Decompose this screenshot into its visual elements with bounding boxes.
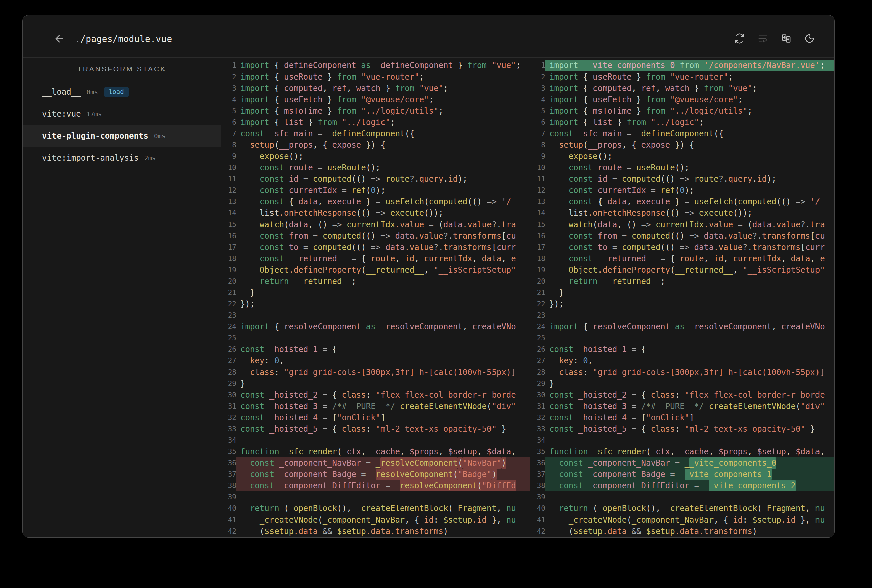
code-content: setup(__props, { expose }) { [236,140,530,151]
transform-stack-item[interactable]: vite:vue17ms [23,103,221,125]
code-line: 40 return (_openBlock(), _createElementB… [530,503,834,514]
code-line: 32const _hoisted_4 = ["onClick"] [221,412,530,423]
code-content: }); [236,298,530,310]
code-content: import { msToTime } from "../logic/utils… [236,105,530,117]
code-content: import { list } from "../logic"; [545,117,834,128]
code-content: const _sfc_main = _defineComponent({ [545,128,834,140]
code-line: 17 const to = computed(() => data.value?… [530,242,834,253]
code-content: const _hoisted_3 = /*#__PURE__*/_createE… [545,400,834,412]
code-line: 20 return __returned__; [221,276,530,287]
code-line: 8 setup(__props, { expose }) { [221,140,530,151]
code-line: 41 _createVNode(_component_NavBar, { id:… [221,514,530,525]
code-content: const to = computed(() => data.value?.tr… [236,242,530,253]
line-number: 9 [530,151,545,162]
plugin-time: 0ms [87,88,98,96]
code-line: 18 const __returned__ = { route, id, cur… [530,253,834,264]
code-content: import { computed, ref, watch } from "vu… [236,82,530,94]
line-number: 36 [221,458,236,469]
code-line: 26const _hoisted_1 = { [530,344,834,355]
code-pane-before[interactable]: 1import { defineComponent as _defineComp… [221,58,530,537]
code-line: 27 key: 0, [530,355,834,366]
code-content: setup(__props, { expose }) { [545,140,834,151]
line-number: 5 [530,105,545,117]
code-line: 11 const id = computed(() => route?.quer… [221,173,530,185]
code-line: 35function _sfc_render(_ctx, _cache, $pr… [221,446,530,458]
code-content: const _hoisted_2 = { class: "flex flex-c… [236,389,530,400]
code-content: const _component_DiffEditor = __vite_com… [545,480,834,492]
line-number: 8 [221,140,236,151]
code-line: 9 expose(); [530,151,834,162]
line-number: 16 [530,230,545,242]
line-number: 25 [221,332,236,344]
code-line: 23 [221,310,530,321]
line-number: 28 [221,366,236,378]
toolbar [734,33,815,45]
code-line: 18 const __returned__ = { route, id, cur… [221,253,530,264]
line-number: 39 [221,492,236,503]
code-content: const from = computed(() => data.value?.… [236,230,530,242]
line-number: 41 [221,514,236,525]
back-button[interactable] [54,33,65,45]
code-pane-after[interactable]: 1import __vite_components_0 from '/compo… [530,58,834,537]
code-content [236,310,530,321]
code-content: Object.defineProperty(__returned__, "__i… [545,264,834,276]
code-line: 11 const id = computed(() => route?.quer… [530,173,834,185]
header: ./pages/module.vue [23,15,834,58]
line-number: 3 [530,82,545,94]
transform-stack-item[interactable]: vite:import-analysis2ms [23,147,221,169]
code-content [545,332,834,344]
line-number: 28 [530,366,545,378]
plugin-name: vite:vue [42,109,81,118]
line-number: 4 [530,94,545,105]
code-line: 22}); [530,298,834,310]
line-number: 20 [221,276,236,287]
line-number: 22 [221,298,236,310]
code-content: import { msToTime } from "../logic/utils… [545,105,834,117]
code-line: 3import { computed, ref, watch } from "v… [221,82,530,94]
arrow-left-icon [54,33,65,45]
code-content: const { data, execute } = useFetch(compu… [545,196,834,207]
line-number: 20 [530,276,545,287]
code-line: 7const _sfc_main = _defineComponent({ [530,128,834,140]
line-number: 2 [530,71,545,82]
line-number: 23 [530,310,545,321]
line-number: 6 [221,117,236,128]
line-number: 17 [221,242,236,253]
theme-toggle[interactable] [804,33,815,45]
code-content: return __returned__; [236,276,530,287]
line-number: 23 [221,310,236,321]
code-content: class: "grid grid-cols-[300px,3fr] h-[ca… [545,366,834,378]
code-content: Object.defineProperty(__returned__, "__i… [236,264,530,276]
code-content: import { useFetch } from "@vueuse/core"; [545,94,834,105]
code-content: return (_openBlock(), _createElementBloc… [545,503,834,514]
code-content: const _component_NavBar = _resolveCompon… [236,458,530,469]
code-line: 23 [530,310,834,321]
transform-stack-item[interactable]: __load__0msload [23,81,221,103]
code-line: 25 [530,332,834,344]
code-line: 36 const _component_NavBar = __vite_comp… [530,458,834,469]
plugin-name: __load__ [42,87,81,96]
line-number: 27 [530,355,545,366]
line-number: 30 [221,389,236,400]
code-content: ($setup.data && $setup.data.transforms) [545,525,834,537]
line-number: 13 [221,196,236,207]
code-line: 39 [530,492,834,503]
wrap-text-icon [758,33,768,45]
code-line: 38 const _component_DiffEditor = _resolv… [221,480,530,492]
line-number: 31 [221,400,236,412]
refresh-button[interactable] [734,33,744,45]
code-content: } [236,287,530,298]
plugin-name: vite:import-analysis [42,153,139,163]
line-number: 7 [530,128,545,140]
line-number: 39 [530,492,545,503]
line-number: 15 [530,219,545,230]
code-line: 1import { defineComponent as _defineComp… [221,60,530,71]
code-line: 21 } [530,287,834,298]
code-line: 42 ($setup.data && $setup.data.transform… [221,525,530,537]
transform-stack-item[interactable]: vite-plugin-components0ms [23,125,221,147]
diff-view-toggle[interactable] [781,33,791,45]
code-line: 35function _sfc_render(_ctx, _cache, $pr… [530,446,834,458]
code-line: 31const _hoisted_3 = /*#__PURE__*/_creat… [530,400,834,412]
line-wrap-toggle[interactable] [758,33,768,45]
line-number: 33 [221,423,236,435]
